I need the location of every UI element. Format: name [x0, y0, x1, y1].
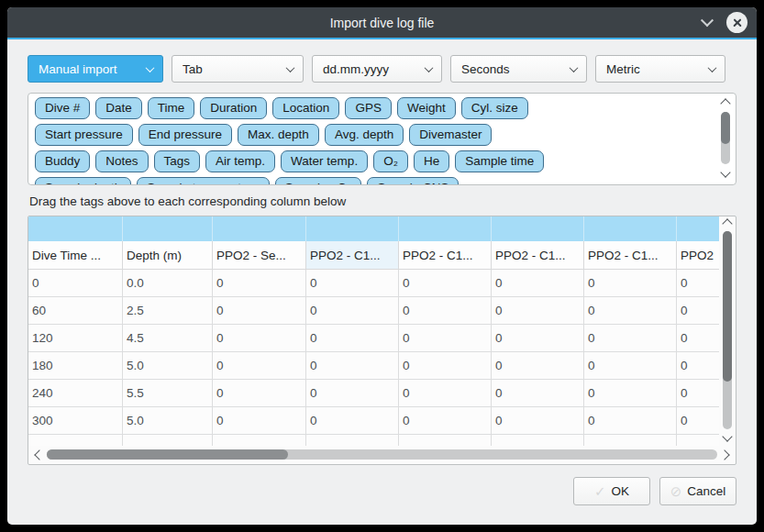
field-separator-combobox[interactable]: Tab: [172, 55, 304, 83]
scrollbar-track[interactable]: [721, 112, 730, 164]
column-header-1: Depth (m): [123, 241, 213, 269]
source-combobox-value: Manual import: [39, 62, 117, 76]
import-dive-log-dialog: Import dive log file Manual import Tab d…: [7, 7, 757, 525]
table-cell: 0: [213, 270, 306, 296]
drop-target-cell-5[interactable]: [492, 216, 584, 241]
column-header-3: PPO2 - C1...: [306, 241, 399, 269]
scrollbar-thumb[interactable]: [723, 231, 732, 382]
source-combobox[interactable]: Manual import: [28, 55, 163, 83]
table-cell: 0: [677, 407, 719, 434]
table-horizontal-scrollbar[interactable]: [30, 447, 734, 462]
tag-avg-depth[interactable]: Avg. depth: [325, 124, 404, 146]
tag-date[interactable]: Date: [95, 97, 142, 119]
drop-target-cell-4[interactable]: [399, 216, 492, 241]
chevron-down-icon[interactable]: [701, 14, 714, 27]
chevron-down-icon: [708, 63, 717, 72]
table-cell: 180: [28, 352, 123, 379]
column-header-6: PPO2 - C1...: [584, 241, 677, 269]
date-format-combobox[interactable]: dd.mm.yyyy: [312, 55, 442, 83]
tag-sample-temperature[interactable]: Sample temperature: [137, 177, 269, 185]
table-cell: 0: [399, 407, 492, 434]
cancel-button[interactable]: ⊘ Cancel: [659, 477, 736, 505]
table-cell: 120: [28, 325, 123, 351]
table-vertical-scrollbar[interactable]: [719, 217, 735, 445]
tag-sample-time[interactable]: Sample time: [455, 150, 544, 172]
table-cell: 0: [399, 270, 492, 296]
chevron-down-icon: [146, 63, 155, 72]
dialog-content: Manual import Tab dd.mm.yyyy Seconds Met…: [7, 39, 757, 525]
tag-weight[interactable]: Weight: [397, 97, 456, 119]
tag-buddy[interactable]: Buddy: [35, 150, 90, 172]
drop-target-cell-1[interactable]: [123, 216, 213, 241]
tag-location[interactable]: Location: [272, 97, 339, 119]
units-combobox[interactable]: Metric: [595, 55, 725, 83]
tag-max-depth[interactable]: Max. depth: [238, 124, 319, 146]
tag-start-pressure[interactable]: Start pressure: [35, 124, 133, 146]
scrollbar-thumb[interactable]: [721, 112, 730, 144]
table-cell: 0: [399, 352, 492, 379]
scroll-up-icon[interactable]: [722, 218, 732, 228]
partial-cell: [492, 435, 584, 446]
table-cell: 0: [492, 380, 584, 406]
drop-target-cell-0[interactable]: [28, 216, 123, 241]
table-cell: 2.5: [123, 297, 213, 324]
tag-time[interactable]: Time: [148, 97, 195, 119]
table-cell: 0: [677, 352, 719, 379]
tag-sample-cns[interactable]: Sample CNS: [367, 177, 459, 185]
scroll-left-icon[interactable]: [34, 449, 44, 460]
column-drop-row: [28, 216, 719, 241]
partial-cell: [123, 435, 213, 446]
tag-sample-depth[interactable]: Sample depth: [35, 177, 131, 185]
drop-target-cell-3[interactable]: [306, 216, 399, 241]
scroll-down-icon[interactable]: [720, 167, 730, 177]
tag-row: BuddyNotesTagsAir temp.Water temp.O₂HeSa…: [35, 150, 729, 172]
tag-row: Start pressureEnd pressureMax. depthAvg.…: [35, 124, 729, 146]
scroll-up-icon[interactable]: [720, 98, 730, 108]
duration-format-combobox[interactable]: Seconds: [450, 55, 587, 83]
tag-o[interactable]: O₂: [373, 150, 408, 172]
tag-panel: Dive #DateTimeDurationLocationGPSWeightC…: [28, 93, 736, 185]
tag-he[interactable]: He: [414, 150, 449, 172]
partial-cell: [213, 435, 306, 446]
table-row: 3005.0000000: [28, 407, 719, 435]
chevron-down-icon: [425, 63, 434, 72]
tag-divemaster[interactable]: Divemaster: [409, 124, 492, 146]
tag-notes[interactable]: Notes: [95, 150, 148, 172]
cancel-button-label: Cancel: [687, 484, 725, 498]
column-header-7: PPO2: [677, 241, 719, 269]
table-cell: 0: [677, 380, 719, 406]
tag-water-temp[interactable]: Water temp.: [281, 150, 368, 172]
scrollbar-track[interactable]: [47, 449, 717, 460]
field-separator-value: Tab: [183, 62, 203, 76]
tag-gps[interactable]: GPS: [345, 97, 392, 119]
table-cell: 0: [677, 325, 719, 351]
units-value: Metric: [606, 62, 640, 76]
close-icon[interactable]: [726, 12, 747, 33]
table-cell: 0: [584, 352, 677, 379]
tag-sample-po[interactable]: Sample pO₂: [275, 177, 362, 185]
duration-format-value: Seconds: [461, 62, 510, 76]
scroll-right-icon[interactable]: [719, 449, 729, 460]
drop-target-cell-6[interactable]: [584, 216, 677, 241]
tag-dive[interactable]: Dive #: [35, 97, 90, 119]
ok-button[interactable]: ✓ OK: [573, 477, 650, 505]
tag-air-temp[interactable]: Air temp.: [205, 150, 275, 172]
table-row: 2405.5000000: [28, 380, 719, 407]
partial-row: [28, 435, 719, 446]
titlebar[interactable]: Import dive log file: [7, 7, 757, 39]
tag-panel-vertical-scrollbar[interactable]: [718, 97, 733, 181]
scroll-down-icon[interactable]: [722, 431, 732, 441]
tag-cyl-size[interactable]: Cyl. size: [461, 97, 528, 119]
tag-duration[interactable]: Duration: [200, 97, 267, 119]
column-header-2: PPO2 - Se...: [213, 241, 306, 269]
scrollbar-track[interactable]: [723, 231, 732, 429]
scrollbar-thumb[interactable]: [47, 449, 288, 460]
titlebar-actions: [703, 7, 747, 38]
drop-target-cell-2[interactable]: [213, 216, 306, 241]
cancel-icon: ⊘: [670, 483, 682, 500]
table-cell: 0: [399, 380, 492, 406]
tag-tags[interactable]: Tags: [154, 150, 201, 172]
tag-end-pressure[interactable]: End pressure: [138, 124, 232, 146]
chevron-down-icon: [286, 63, 295, 72]
drop-target-cell-7[interactable]: [677, 216, 719, 241]
